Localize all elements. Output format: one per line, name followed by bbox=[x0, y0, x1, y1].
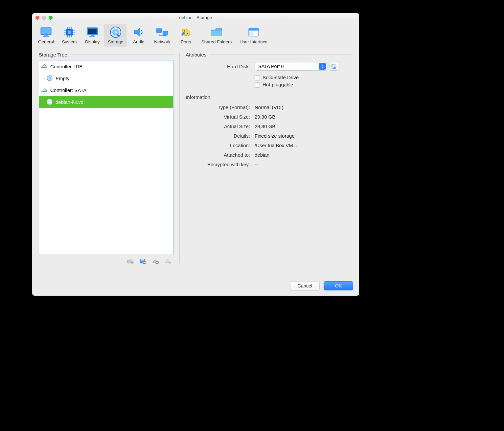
optical-label: Empty bbox=[56, 76, 70, 81]
remove-attachment-icon[interactable] bbox=[139, 258, 147, 265]
tab-system[interactable]: System bbox=[58, 24, 81, 47]
information-title: Information bbox=[186, 94, 210, 100]
svg-point-32 bbox=[187, 33, 188, 34]
encrypted-value: -- bbox=[255, 162, 353, 167]
tab-audio[interactable]: Audio bbox=[127, 24, 150, 47]
attached-to-value: debian bbox=[255, 152, 353, 158]
svg-rect-21 bbox=[89, 36, 95, 37]
tab-label: General bbox=[38, 39, 54, 44]
svg-rect-20 bbox=[91, 35, 94, 36]
tab-user-interface[interactable]: User Interface bbox=[236, 24, 271, 47]
details-value: Fixed size storage bbox=[255, 133, 353, 139]
svg-rect-48 bbox=[141, 259, 144, 261]
hard-disk-select[interactable]: SATA Port 0 bbox=[255, 62, 327, 71]
encrypted-label: Encrypted with key: bbox=[186, 162, 255, 167]
harddisk-icon bbox=[110, 26, 122, 38]
svg-rect-37 bbox=[249, 32, 253, 35]
virtual-size-label: Virtual Size: bbox=[186, 114, 255, 120]
tab-label: Network bbox=[154, 39, 171, 44]
dialog-footer: Cancel OK bbox=[32, 276, 359, 296]
ssd-checkbox[interactable]: Solid-state Drive bbox=[255, 75, 299, 80]
ssd-label: Solid-state Drive bbox=[263, 75, 299, 80]
svg-point-40 bbox=[49, 78, 50, 79]
location-label: Location: bbox=[186, 143, 255, 148]
tab-label: Audio bbox=[133, 39, 145, 44]
controller-sata[interactable]: Controller: SATA bbox=[39, 84, 173, 96]
choose-disk-button[interactable] bbox=[330, 62, 338, 71]
svg-point-31 bbox=[184, 30, 185, 32]
attributes-title: Attributes bbox=[186, 52, 206, 57]
tab-network[interactable]: Network bbox=[150, 24, 174, 47]
hdd-icon bbox=[46, 99, 53, 105]
controller-label: Controller: SATA bbox=[50, 87, 86, 93]
type-value: Normal (VDI) bbox=[255, 104, 353, 110]
disc-icon bbox=[46, 75, 53, 81]
divider bbox=[71, 55, 173, 55]
tab-label: User Interface bbox=[240, 39, 267, 44]
divider bbox=[210, 55, 353, 55]
svg-point-55 bbox=[333, 66, 334, 67]
hotplug-label: Hot-pluggable bbox=[263, 82, 293, 87]
add-controller-icon bbox=[127, 258, 134, 265]
svg-rect-53 bbox=[169, 262, 171, 263]
hard-disk-value: SATA Port 0 bbox=[258, 64, 284, 69]
divider bbox=[214, 97, 353, 97]
add-attachment-icon[interactable] bbox=[152, 258, 159, 265]
tab-label: Storage bbox=[108, 39, 123, 44]
tab-label: Shared Folders bbox=[201, 39, 232, 44]
cancel-button[interactable]: Cancel bbox=[290, 281, 320, 290]
svg-rect-3 bbox=[43, 36, 49, 37]
tree-toolbar bbox=[39, 255, 173, 265]
controller-label: Controller: IDE bbox=[50, 64, 82, 69]
svg-rect-19 bbox=[88, 29, 97, 34]
svg-rect-1 bbox=[41, 28, 51, 34]
tab-shared-folders[interactable]: Shared Folders bbox=[197, 24, 236, 47]
attached-to-label: Attached to: bbox=[186, 152, 255, 158]
hard-disk-label: Hard Disk: bbox=[186, 64, 255, 69]
virtual-size-value: 29,30 GB bbox=[255, 114, 353, 120]
details-label: Details: bbox=[186, 133, 255, 139]
svg-rect-41 bbox=[43, 91, 46, 92]
ok-button[interactable]: OK bbox=[324, 281, 353, 290]
controller-icon bbox=[41, 63, 48, 70]
storage-tree-title: Storage Tree bbox=[39, 52, 67, 57]
svg-rect-38 bbox=[43, 67, 46, 68]
tab-ports[interactable]: Ports bbox=[174, 24, 197, 47]
svg-rect-26 bbox=[156, 29, 162, 33]
network-icon bbox=[156, 26, 168, 38]
chip-icon bbox=[63, 26, 75, 38]
svg-point-24 bbox=[115, 31, 117, 33]
controller-icon bbox=[41, 87, 48, 93]
monitor-icon bbox=[40, 26, 52, 38]
tab-general[interactable]: General bbox=[34, 24, 58, 47]
hotplug-checkbox[interactable]: Hot-pluggable bbox=[255, 82, 293, 87]
titlebar: debian - Storage bbox=[32, 13, 359, 22]
tab-label: Ports bbox=[181, 39, 191, 44]
display-icon bbox=[86, 26, 98, 38]
location-value: /User tualBox VM... bbox=[255, 143, 353, 148]
svg-rect-27 bbox=[163, 31, 168, 35]
actual-size-label: Actual Size: bbox=[186, 124, 255, 129]
window-title: debian - Storage bbox=[32, 15, 359, 20]
tab-storage[interactable]: Storage bbox=[104, 24, 127, 47]
storage-tree[interactable]: Controller: IDE Empty Controller: SATA bbox=[39, 60, 173, 255]
hdd-debian-fix[interactable]: debian-fix.vdi bbox=[39, 96, 173, 108]
svg-rect-5 bbox=[68, 31, 71, 34]
folder-icon bbox=[211, 26, 222, 38]
optical-drive-empty[interactable]: Empty bbox=[39, 72, 173, 84]
type-label: Type (Format): bbox=[186, 104, 255, 110]
svg-rect-50 bbox=[144, 262, 146, 263]
window-ui-icon bbox=[248, 26, 260, 38]
controller-ide[interactable]: Controller: IDE bbox=[39, 60, 173, 72]
svg-rect-2 bbox=[44, 35, 48, 36]
tab-label: Display bbox=[85, 39, 100, 44]
chevron-updown-icon bbox=[319, 63, 326, 70]
tab-label: System bbox=[62, 39, 77, 44]
settings-window: debian - Storage General System Display bbox=[32, 13, 359, 296]
actual-size-value: 29,30 GB bbox=[255, 124, 353, 129]
svg-point-43 bbox=[49, 101, 50, 102]
hdd-label: debian-fix.vdi bbox=[56, 99, 84, 105]
tab-display[interactable]: Display bbox=[81, 24, 104, 47]
remove-controller-icon bbox=[164, 258, 172, 265]
speaker-icon bbox=[133, 26, 145, 38]
